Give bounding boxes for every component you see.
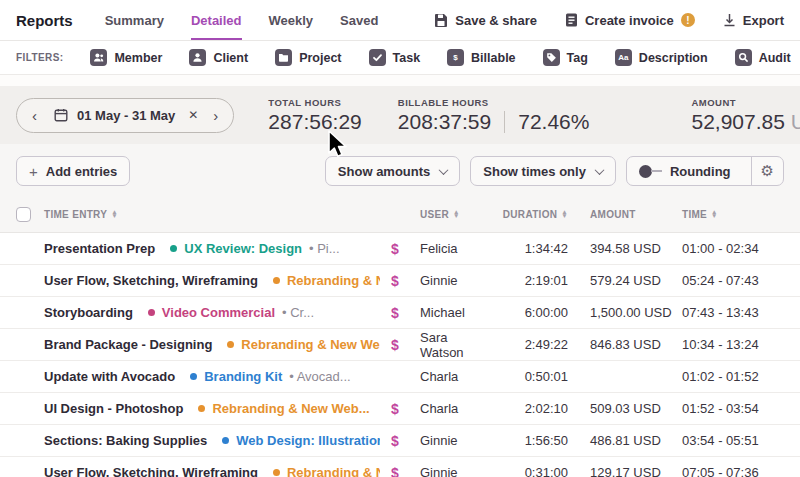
entry-cell: User Flow, Sketching, Wireframing Rebran… (44, 465, 380, 477)
show-amounts-dropdown[interactable]: Show amounts (325, 156, 460, 186)
entry-extra: • Avocad... (289, 369, 350, 384)
chevron-down-icon (439, 165, 449, 175)
entry-cell: User Flow, Sketching, Wireframing Rebran… (44, 273, 380, 288)
entry-name: Storyboarding (44, 305, 133, 320)
table-row[interactable]: Presentation Prep UX Review: Design • Pi… (0, 233, 800, 265)
total-hours-stat: TOTAL HOURS 287:56:29 (268, 97, 361, 134)
duration-cell: 2:02:10 (494, 401, 568, 416)
column-duration[interactable]: DURATION ▲▼ (494, 209, 568, 220)
rounding-toggle[interactable]: Rounding (627, 157, 743, 185)
entry-cell: Update with Avocado Branding Kit • Avoca… (44, 369, 380, 384)
entry-cell: Presentation Prep UX Review: Design • Pi… (44, 241, 380, 256)
table-header: TIME ENTRY ▲▼ USER ▲▼ DURATION ▲▼ AMOUNT… (0, 196, 800, 232)
rounding-settings-button[interactable]: ⚙ (751, 157, 783, 185)
user-cell: Sara Watson (410, 330, 494, 360)
save-share-button[interactable]: Save & share (434, 13, 537, 28)
time-cell: 01:52 - 03:54 (672, 401, 784, 416)
filter-audit[interactable]: Audit (735, 49, 791, 66)
billable-dollar-icon: $ (380, 305, 410, 321)
filter-billable[interactable]: $ Billable (447, 49, 515, 66)
time-cell: 07:43 - 13:43 (672, 305, 784, 320)
user-cell: Ginnie (410, 273, 494, 288)
tab-weekly[interactable]: Weekly (269, 0, 314, 40)
filter-task[interactable]: Task (369, 49, 421, 66)
entry-name: User Flow, Sketching, Wireframing (44, 273, 258, 288)
billable-hours-stat: BILLABLE HOURS 208:37:59 72.46% (398, 97, 590, 134)
select-all-checkbox[interactable] (16, 207, 31, 222)
column-user[interactable]: USER ▲▼ (410, 209, 494, 220)
table-row[interactable]: User Flow, Sketching, Wireframing Rebran… (0, 457, 800, 477)
column-amount[interactable]: AMOUNT (568, 209, 672, 220)
project-dot-icon (227, 341, 234, 348)
amount-cell: 579.24 USD (568, 274, 672, 288)
save-icon (434, 13, 448, 27)
divider (504, 111, 505, 133)
project-dot-icon (170, 245, 177, 252)
duration-cell: 2:19:01 (494, 273, 568, 288)
prev-period-button[interactable]: ‹ (30, 108, 39, 123)
table-row[interactable]: UI Design - Photoshop Rebranding & New W… (0, 393, 800, 425)
sort-icon: ▲▼ (111, 210, 118, 218)
spacer-strip (0, 75, 800, 86)
project-label: Rebranding & New Web... (287, 465, 380, 477)
entry-cell: UI Design - Photoshop Rebranding & New W… (44, 401, 380, 416)
date-range-picker[interactable]: ‹ 01 May - 31 May ✕ › (16, 98, 234, 133)
amount-stat: AMOUNT 52,907.85 USD (691, 97, 800, 134)
user-cell: Ginnie (410, 433, 494, 448)
column-time-entry[interactable]: TIME ENTRY ▲▼ (44, 209, 380, 220)
entry-name: UI Design - Photoshop (44, 401, 183, 416)
duration-cell: 2:49:22 (494, 337, 568, 352)
next-period-button[interactable]: › (211, 108, 220, 123)
billable-dollar-icon: $ (380, 273, 410, 289)
billable-dollar-icon: $ (380, 465, 410, 477)
duration-cell: 6:00:00 (494, 305, 568, 320)
duration-cell: 0:31:00 (494, 465, 568, 477)
filter-member[interactable]: Member (90, 49, 162, 66)
filter-description[interactable]: Aa Description (615, 49, 708, 66)
project-dot-icon (148, 309, 155, 316)
tab-summary[interactable]: Summary (105, 0, 164, 40)
description-icon: Aa (615, 49, 632, 66)
amount-cell: 129.17 USD (568, 466, 672, 477)
amount-cell: 509.03 USD (568, 402, 672, 416)
filter-tag[interactable]: Tag (543, 49, 588, 66)
filters-bar: FILTERS: Member Client Project Task $ Bi… (0, 41, 800, 75)
entry-name: User Flow, Sketching, Wireframing (44, 465, 258, 477)
column-time[interactable]: TIME ▲▼ (672, 209, 784, 220)
entry-name: Sections: Baking Supplies (44, 433, 207, 448)
tab-detailed[interactable]: Detailed (191, 0, 242, 40)
summary-stats: TOTAL HOURS 287:56:29 BILLABLE HOURS 208… (268, 97, 800, 134)
table-row[interactable]: Sections: Baking Supplies Web Design: Il… (0, 425, 800, 457)
project-dot-icon (198, 405, 205, 412)
project-label: Rebranding & New Web... (212, 401, 369, 416)
duration-cell: 0:50:01 (494, 369, 568, 384)
duration-cell: 1:56:50 (494, 433, 568, 448)
project-icon (275, 49, 292, 66)
add-entries-button[interactable]: + Add entries (16, 156, 130, 186)
billable-dollar-icon: $ (380, 337, 410, 353)
table-body: Presentation Prep UX Review: Design • Pi… (0, 232, 800, 477)
filter-client[interactable]: Client (189, 49, 248, 66)
amount-cell: 1,500.00 USD (568, 306, 672, 320)
sort-icon: ▲▼ (561, 210, 568, 218)
tab-saved[interactable]: Saved (340, 0, 378, 40)
billable-hours-value: 208:37:59 (398, 110, 491, 134)
show-times-dropdown[interactable]: Show times only (470, 156, 616, 186)
entry-name: Brand Package - Designing (44, 337, 212, 352)
table-row[interactable]: Brand Package - Designing Rebranding & N… (0, 329, 800, 361)
topbar-actions: Save & share Create invoice ! Export (434, 0, 784, 40)
billable-icon: $ (447, 49, 464, 66)
invoice-icon (565, 13, 578, 27)
table-row[interactable]: User Flow, Sketching, Wireframing Rebran… (0, 265, 800, 297)
table-row[interactable]: Storyboarding Video Commercial • Cr... $… (0, 297, 800, 329)
clear-date-icon[interactable]: ✕ (184, 108, 202, 122)
entry-cell: Brand Package - Designing Rebranding & N… (44, 337, 380, 352)
filter-project[interactable]: Project (275, 49, 341, 66)
table-row[interactable]: Update with Avocado Branding Kit • Avoca… (0, 361, 800, 393)
create-invoice-button[interactable]: Create invoice ! (565, 13, 695, 28)
user-cell: Ginnie (410, 465, 494, 477)
invoice-alert-badge: ! (681, 13, 695, 27)
calendar-icon (54, 108, 68, 122)
tag-icon (543, 49, 560, 66)
export-button[interactable]: Export (723, 13, 784, 28)
